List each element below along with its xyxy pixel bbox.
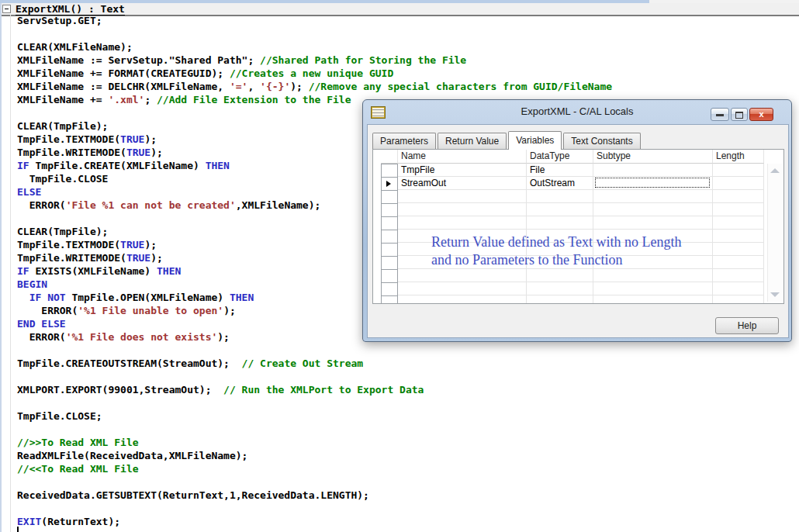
cal-locals-dialog: ExportXML - C/AL Locals x ParametersRetu… <box>362 99 792 342</box>
row-selector[interactable] <box>381 269 398 282</box>
table-header-row: NameDataTypeSubtypeLength <box>381 150 765 164</box>
row-selector[interactable] <box>381 190 398 203</box>
code-line <box>17 397 612 410</box>
variables-table: NameDataTypeSubtypeLengthTmpFileFileStre… <box>381 150 765 304</box>
code-line: XMLFileName := DELCHR(XMLFileName, '=', … <box>17 81 612 94</box>
table-cell[interactable] <box>593 282 713 295</box>
help-button[interactable]: Help <box>715 317 779 334</box>
table-cell[interactable] <box>713 177 764 190</box>
table-cell[interactable] <box>527 243 593 256</box>
cal-editor-screen: ExportXML() : Text ServSetup.GET; CLEAR(… <box>0 0 799 532</box>
collapse-minus-icon[interactable] <box>2 5 11 13</box>
table-row[interactable] <box>381 256 765 269</box>
table-cell[interactable] <box>593 203 713 216</box>
minimize-button[interactable] <box>711 108 729 121</box>
table-cell[interactable] <box>527 190 593 203</box>
table-cell[interactable] <box>527 269 593 282</box>
table-cell[interactable] <box>398 190 527 203</box>
table-row[interactable] <box>381 295 765 304</box>
table-cell[interactable] <box>398 256 527 269</box>
function-signature: ExportXML() : Text <box>16 3 125 16</box>
table-cell[interactable] <box>398 216 527 230</box>
row-selector[interactable] <box>381 256 398 269</box>
scroll-up-icon[interactable] <box>770 168 780 173</box>
dialog-titlebar[interactable]: ExportXML - C/AL Locals x <box>363 100 791 123</box>
row-selector[interactable] <box>381 230 398 243</box>
table-cell[interactable]: StreamOut <box>398 177 527 190</box>
table-cell[interactable] <box>593 269 713 282</box>
scroll-down-icon[interactable] <box>770 292 780 297</box>
tab-text-constants[interactable]: Text Constants <box>563 133 640 149</box>
table-cell[interactable] <box>398 243 527 256</box>
code-line <box>17 503 612 516</box>
table-cell[interactable] <box>527 256 593 269</box>
table-cell[interactable]: TmpFile <box>398 164 527 177</box>
editor-margin-line <box>10 15 11 532</box>
column-header-length: Length <box>713 150 764 164</box>
row-selector[interactable] <box>381 164 398 177</box>
table-cell[interactable] <box>593 164 713 177</box>
table-cell[interactable] <box>713 230 764 243</box>
column-header-name: Name <box>398 150 527 164</box>
row-selector[interactable] <box>381 177 398 190</box>
table-cell[interactable] <box>398 295 527 304</box>
tab-parameters[interactable]: Parameters <box>372 133 436 149</box>
tab-strip: ParametersReturn ValueVariablesText Cons… <box>372 130 642 149</box>
table-cell[interactable] <box>593 295 713 304</box>
column-header-subtype: Subtype <box>593 150 713 164</box>
table-row[interactable]: TmpFileFile <box>381 164 765 177</box>
row-selector[interactable] <box>381 295 398 304</box>
table-row[interactable] <box>381 282 765 295</box>
table-cell[interactable] <box>713 243 764 256</box>
table-cell[interactable] <box>398 269 527 282</box>
code-line <box>17 476 612 489</box>
table-cell[interactable] <box>527 295 593 304</box>
editor-left-edge <box>0 3 2 532</box>
row-selector[interactable] <box>381 216 398 230</box>
table-row[interactable] <box>381 269 765 282</box>
code-line: TmpFile.CREATEOUTSTREAM(StreamOut); // C… <box>17 358 612 371</box>
table-cell[interactable] <box>713 282 764 295</box>
maximize-button[interactable] <box>731 108 748 121</box>
table-cell[interactable] <box>527 216 593 230</box>
table-cell[interactable] <box>713 203 764 216</box>
tab-variables[interactable]: Variables <box>508 131 562 150</box>
table-row[interactable] <box>381 230 765 243</box>
table-cell[interactable] <box>593 230 713 243</box>
table-row[interactable] <box>381 203 765 216</box>
table-row[interactable] <box>381 216 765 230</box>
code-line <box>17 371 612 384</box>
table-cell[interactable] <box>713 164 764 177</box>
table-row[interactable] <box>381 243 765 256</box>
table-row[interactable]: StreamOutOutStream <box>381 177 765 190</box>
table-cell[interactable] <box>593 256 713 269</box>
table-cell[interactable] <box>593 216 713 230</box>
table-cell[interactable] <box>713 216 764 230</box>
code-line: //>>To Read XML File <box>17 437 612 450</box>
close-button[interactable]: x <box>749 108 773 121</box>
table-cell[interactable] <box>713 256 764 269</box>
row-selector[interactable] <box>381 203 398 216</box>
table-cell[interactable] <box>398 203 527 216</box>
table-row[interactable] <box>381 190 765 203</box>
table-cell[interactable] <box>713 190 764 203</box>
table-cell[interactable] <box>713 269 764 282</box>
table-cell[interactable] <box>593 243 713 256</box>
table-cell[interactable] <box>398 282 527 295</box>
dialog-body: ParametersReturn ValueVariablesText Cons… <box>367 124 789 338</box>
row-selector[interactable] <box>381 243 398 256</box>
table-cell[interactable] <box>593 177 713 190</box>
table-cell[interactable]: OutStream <box>527 177 593 190</box>
tab-return-value[interactable]: Return Value <box>438 133 507 149</box>
table-cell[interactable] <box>527 203 593 216</box>
table-cell[interactable] <box>713 295 764 304</box>
table-cell[interactable] <box>527 282 593 295</box>
table-cell[interactable] <box>593 190 713 203</box>
selector-header-cell <box>381 150 398 164</box>
row-selector[interactable] <box>381 282 398 295</box>
table-cell[interactable] <box>398 230 527 243</box>
code-line: CLEAR(XMLFileName); <box>17 41 612 54</box>
table-cell[interactable]: File <box>527 164 593 177</box>
table-cell[interactable] <box>527 230 593 243</box>
vertical-scrollbar[interactable] <box>767 164 782 302</box>
